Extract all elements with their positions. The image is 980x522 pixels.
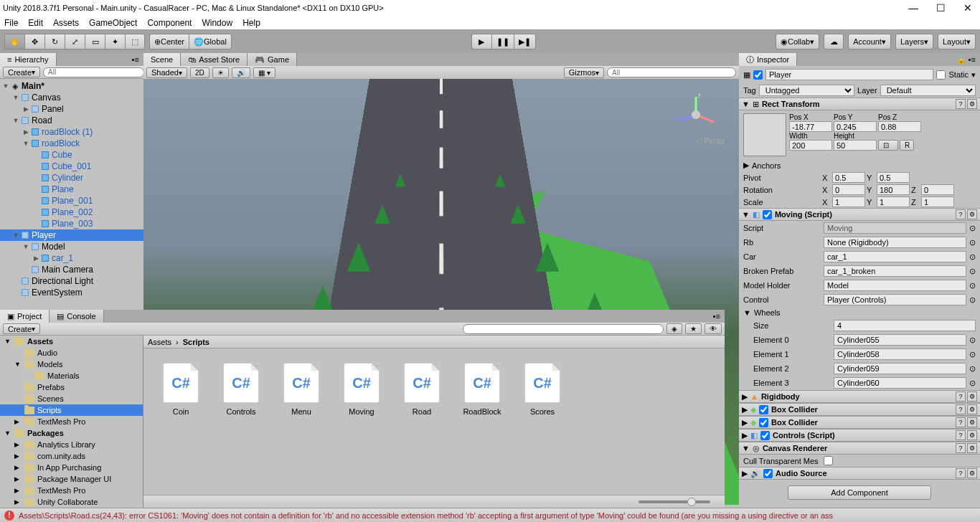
rot-y[interactable]: [877, 184, 910, 195]
asset-item[interactable]: C#Menu: [278, 363, 324, 416]
hierarchy-item[interactable]: ▼Canvas: [0, 92, 143, 103]
asset-zoom-slider[interactable]: [639, 500, 710, 503]
moving-script-header[interactable]: ▼◧Moving (Script)?⚙: [739, 208, 980, 221]
scene-fx-toggle[interactable]: ▦ ▾: [253, 67, 275, 78]
scene-lighting-toggle[interactable]: ☀: [212, 67, 229, 78]
cloud-button[interactable]: ☁: [824, 34, 844, 49]
menu-edit[interactable]: Edit: [28, 18, 43, 28]
project-tree-item[interactable]: ▶Analytics Library: [0, 439, 143, 450]
hierarchy-scene-row[interactable]: ▼ ◈ Main*: [0, 80, 143, 92]
pause-button[interactable]: ❚❚: [491, 34, 514, 49]
hierarchy-item[interactable]: Plane_003: [0, 218, 143, 229]
add-component-button[interactable]: Add Component: [788, 485, 931, 500]
rect-tool[interactable]: ▭: [85, 34, 105, 49]
hierarchy-tab[interactable]: ≡ Hierarchy: [0, 53, 57, 66]
hand-tool[interactable]: ✋: [4, 34, 24, 49]
game-tab[interactable]: 🎮 Game: [248, 53, 297, 66]
inspector-options-icon[interactable]: 🔒 ▪≡: [952, 55, 980, 65]
hierarchy-item[interactable]: Main Camera: [0, 264, 143, 275]
project-tree-item[interactable]: ▼Packages: [0, 427, 143, 439]
model-holder-field[interactable]: [824, 280, 966, 291]
status-bar[interactable]: ! Assets\Scripts\Road.cs(24,43): error C…: [0, 508, 980, 522]
project-tree-item[interactable]: Audio: [0, 347, 143, 359]
element-1-field[interactable]: [834, 348, 966, 360]
project-hidden-toggle[interactable]: 👁: [705, 323, 722, 334]
project-tree-item[interactable]: ▶TextMesh Pro: [0, 485, 143, 496]
project-search[interactable]: [463, 324, 664, 334]
project-tree-item[interactable]: Materials: [0, 370, 143, 381]
cull-transparent-toggle[interactable]: [824, 456, 833, 465]
pivot-y[interactable]: [877, 172, 910, 183]
hierarchy-item[interactable]: ▶Panel: [0, 103, 143, 115]
width-field[interactable]: [789, 140, 832, 151]
project-tree-item[interactable]: Prefabs: [0, 381, 143, 393]
hierarchy-item[interactable]: Plane_001: [0, 195, 143, 207]
hierarchy-item[interactable]: ▶car_1: [0, 252, 143, 264]
scale-tool[interactable]: ⤢: [65, 34, 85, 49]
scene-shading-mode[interactable]: Shaded ▾: [146, 67, 187, 78]
layout-button[interactable]: Layout ▾: [938, 34, 976, 49]
help-icon[interactable]: ?: [956, 99, 966, 109]
hierarchy-item[interactable]: ▼Model: [0, 241, 143, 252]
pos-y-field[interactable]: [834, 121, 877, 132]
asset-item[interactable]: C#RoadBlock: [459, 363, 505, 416]
project-tree-item[interactable]: Scenes: [0, 393, 143, 404]
scale-y[interactable]: [877, 196, 910, 207]
asset-item[interactable]: C#Road: [399, 363, 445, 416]
project-tree-item[interactable]: Scripts: [0, 404, 143, 416]
project-tree-item[interactable]: ▶In App Purchasing: [0, 462, 143, 473]
scene-tab[interactable]: Scene: [143, 53, 181, 66]
audio-source-header[interactable]: ▶🔊Audio Source?⚙: [739, 467, 980, 480]
blueprint-mode[interactable]: ⊡: [878, 140, 898, 151]
layer-dropdown[interactable]: Default: [880, 85, 976, 96]
layers-button[interactable]: Layers ▾: [895, 34, 933, 49]
asset-item[interactable]: C#Coin: [158, 363, 204, 416]
asset-grid[interactable]: C#CoinC#ControlsC#MenuC#MovingC#RoadC#Ro…: [143, 348, 725, 495]
moving-enabled[interactable]: [763, 210, 772, 219]
tag-dropdown[interactable]: Untagged: [759, 85, 854, 96]
pivot-rotation[interactable]: 🌐 Global: [189, 34, 232, 49]
step-button[interactable]: ▶❚: [514, 34, 536, 49]
controls-script-header[interactable]: ▶◧Controls (Script)?⚙: [739, 429, 980, 442]
hierarchy-item[interactable]: Plane: [0, 184, 143, 195]
rotate-tool[interactable]: ↻: [44, 34, 65, 49]
scale-z[interactable]: [921, 196, 954, 207]
collab-button[interactable]: ◉ Collab ▾: [776, 34, 819, 49]
hierarchy-item[interactable]: ▼roadBlock: [0, 138, 143, 149]
menu-component[interactable]: Component: [147, 18, 192, 28]
menu-file[interactable]: File: [4, 18, 18, 28]
canvas-renderer-header[interactable]: ▼◎Canvas Renderer?⚙: [739, 442, 980, 455]
element-2-field[interactable]: [834, 363, 966, 374]
maximize-button[interactable]: ☐: [931, 2, 950, 14]
height-field[interactable]: [834, 140, 877, 151]
project-tree-item[interactable]: ▶Unity Collaborate: [0, 496, 143, 508]
settings-icon[interactable]: ⚙: [967, 99, 977, 109]
rect-transform-header[interactable]: ▼⊞ Rect Transform ?⚙: [739, 98, 980, 110]
control-field[interactable]: [824, 294, 966, 305]
pos-x-field[interactable]: [789, 121, 832, 132]
scene-search[interactable]: [607, 67, 736, 77]
hierarchy-create-button[interactable]: Create ▾: [3, 67, 40, 77]
asset-store-tab[interactable]: 🛍 Asset Store: [181, 53, 248, 66]
project-tree-item[interactable]: ▶TextMesh Pro: [0, 416, 143, 427]
box-collider-2-header[interactable]: ▶◆Box Collider?⚙: [739, 416, 980, 429]
hierarchy-item[interactable]: Cylinder: [0, 172, 143, 184]
rb-field[interactable]: [824, 237, 966, 248]
console-tab[interactable]: ▤ Console: [50, 310, 103, 323]
rot-x[interactable]: [832, 184, 865, 195]
hierarchy-item[interactable]: Directional Light: [0, 275, 143, 287]
project-breadcrumb[interactable]: Assets › Scripts: [143, 336, 725, 348]
scene-gizmos-toggle[interactable]: Gizmos ▾: [564, 67, 604, 78]
hierarchy-item[interactable]: ▶roadBlock (1): [0, 126, 143, 138]
pivot-x[interactable]: [832, 172, 865, 183]
gameobject-active-toggle[interactable]: [753, 70, 763, 80]
car-field[interactable]: [824, 251, 966, 262]
object-picker-icon[interactable]: ⊙: [969, 224, 976, 233]
wheels-size-field[interactable]: [834, 320, 976, 331]
hierarchy-item[interactable]: EventSystem: [0, 287, 143, 298]
account-button[interactable]: Account ▾: [848, 34, 891, 49]
scene-2d-toggle[interactable]: 2D: [190, 67, 209, 78]
minimize-button[interactable]: —: [904, 2, 923, 14]
hierarchy-item[interactable]: ▼Road: [0, 115, 143, 126]
scale-x[interactable]: [832, 196, 865, 207]
